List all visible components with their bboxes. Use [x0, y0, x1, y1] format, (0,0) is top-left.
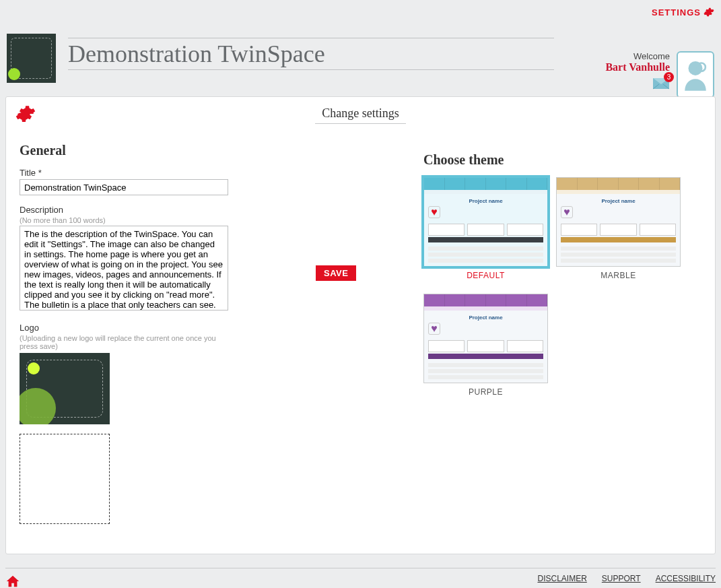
theme-thumb: Project name♥ — [423, 177, 548, 267]
gear-icon — [703, 7, 714, 18]
footer-link-accessibility[interactable]: ACCESSIBILITY — [656, 574, 716, 583]
gear-icon — [15, 104, 36, 124]
theme-thumb: Project name♥ — [556, 177, 681, 267]
mail-icon[interactable]: 3 — [652, 77, 670, 90]
description-label: Description — [20, 205, 235, 215]
logo-label: Logo — [20, 323, 235, 333]
general-heading: General — [20, 143, 235, 158]
theme-grid: Project name♥DEFAULTProject name♥MARBLEP… — [423, 177, 721, 397]
title-input[interactable] — [20, 179, 228, 195]
theme-label: PURPLE — [423, 387, 548, 397]
heart-icon: ♥ — [561, 206, 573, 218]
theme-thumb: Project name♥ — [423, 294, 548, 383]
settings-label: SETTINGS — [652, 7, 701, 18]
notification-badge: 3 — [664, 72, 674, 82]
theme-preview-title: Project name — [428, 315, 543, 321]
home-icon[interactable] — [5, 574, 20, 588]
theme-card-purple[interactable]: Project name♥PURPLE — [423, 294, 548, 397]
welcome-label: Welcome — [605, 51, 670, 61]
theme-heading: Choose theme — [423, 152, 721, 168]
logo-upload-dropzone[interactable] — [20, 434, 110, 524]
page-title: Demonstration TwinSpace — [68, 38, 554, 70]
theme-card-marble[interactable]: Project name♥MARBLE — [556, 177, 681, 280]
logo-hint: (Uploading a new logo will replace the c… — [20, 334, 235, 350]
theme-label: MARBLE — [556, 271, 681, 280]
heart-icon: ♥ — [428, 323, 440, 335]
theme-card-default[interactable]: Project name♥DEFAULT — [423, 177, 548, 280]
current-logo-preview — [20, 353, 110, 424]
heart-icon: ♥ — [428, 206, 440, 218]
panel-title: Change settings — [315, 106, 406, 124]
description-hint: (No more than 100 words) — [20, 216, 235, 224]
title-label: Title * — [20, 168, 235, 178]
avatar[interactable] — [677, 51, 714, 98]
save-button[interactable]: SAVE — [316, 265, 356, 281]
footer-link-disclaimer[interactable]: DISCLAIMER — [537, 574, 586, 583]
settings-panel: Change settings SAVE General Title * Des… — [5, 96, 716, 554]
project-logo-thumb — [7, 34, 56, 83]
footer-link-support[interactable]: SUPPORT — [602, 574, 641, 583]
theme-label: DEFAULT — [423, 271, 548, 280]
description-textarea[interactable] — [20, 226, 228, 311]
footer-links: DISCLAIMER SUPPORT ACCESSIBILITY — [537, 574, 716, 583]
theme-preview-title: Project name — [561, 198, 676, 204]
username[interactable]: Bart Vanhulle — [605, 61, 670, 73]
settings-link[interactable]: SETTINGS — [652, 7, 714, 18]
theme-preview-title: Project name — [428, 198, 543, 204]
